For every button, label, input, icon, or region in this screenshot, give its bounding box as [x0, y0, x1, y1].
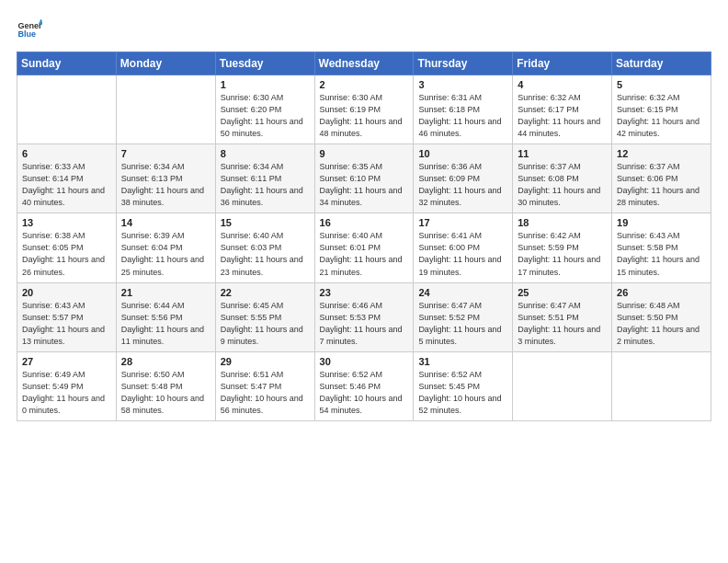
calendar-cell: 3Sunrise: 6:31 AMSunset: 6:18 PMDaylight… [414, 75, 513, 144]
calendar-cell: 6Sunrise: 6:33 AMSunset: 6:14 PMDaylight… [17, 144, 117, 213]
calendar-cell: 16Sunrise: 6:40 AMSunset: 6:01 PMDayligh… [314, 213, 414, 282]
calendar-cell [116, 75, 215, 144]
calendar-cell: 8Sunrise: 6:34 AMSunset: 6:11 PMDaylight… [215, 144, 314, 213]
day-info: Sunrise: 6:35 AMSunset: 6:10 PMDaylight:… [320, 161, 409, 209]
day-info: Sunrise: 6:41 AMSunset: 6:00 PMDaylight:… [418, 230, 507, 278]
day-info: Sunrise: 6:52 AMSunset: 5:45 PMDaylight:… [418, 369, 507, 417]
day-info: Sunrise: 6:47 AMSunset: 5:51 PMDaylight:… [518, 300, 607, 348]
day-info: Sunrise: 6:30 AMSunset: 6:20 PMDaylight:… [221, 92, 310, 140]
calendar-cell: 31Sunrise: 6:52 AMSunset: 5:45 PMDayligh… [414, 351, 513, 420]
svg-text:General: General [17, 21, 42, 30]
weekday-header-wednesday: Wednesday [314, 52, 414, 75]
calendar-cell: 21Sunrise: 6:44 AMSunset: 5:56 PMDayligh… [116, 282, 215, 351]
day-number: 31 [418, 356, 507, 367]
calendar-cell: 1Sunrise: 6:30 AMSunset: 6:20 PMDaylight… [215, 75, 314, 144]
day-info: Sunrise: 6:51 AMSunset: 5:47 PMDaylight:… [221, 369, 310, 417]
day-number: 17 [418, 217, 507, 228]
calendar-cell: 28Sunrise: 6:50 AMSunset: 5:48 PMDayligh… [116, 351, 215, 420]
day-number: 22 [221, 287, 310, 298]
day-number: 10 [418, 148, 507, 159]
day-number: 2 [320, 79, 409, 90]
weekday-header-thursday: Thursday [414, 52, 513, 75]
day-number: 21 [121, 287, 210, 298]
day-number: 16 [320, 217, 409, 228]
day-number: 19 [617, 217, 706, 228]
day-number: 3 [418, 79, 507, 90]
day-number: 5 [617, 79, 706, 90]
calendar-cell: 10Sunrise: 6:36 AMSunset: 6:09 PMDayligh… [414, 144, 513, 213]
calendar-cell: 12Sunrise: 6:37 AMSunset: 6:06 PMDayligh… [612, 144, 711, 213]
day-number: 20 [22, 287, 111, 298]
day-info: Sunrise: 6:50 AMSunset: 5:48 PMDaylight:… [121, 369, 210, 417]
day-number: 1 [221, 79, 310, 90]
day-info: Sunrise: 6:47 AMSunset: 5:52 PMDaylight:… [418, 300, 507, 348]
page: General Blue SundayMondayTuesdayWednesda… [0, 0, 728, 563]
calendar-cell: 18Sunrise: 6:42 AMSunset: 5:59 PMDayligh… [513, 213, 612, 282]
day-info: Sunrise: 6:49 AMSunset: 5:49 PMDaylight:… [22, 369, 111, 417]
svg-text:Blue: Blue [17, 29, 36, 39]
day-info: Sunrise: 6:33 AMSunset: 6:14 PMDaylight:… [22, 161, 111, 209]
calendar-cell: 24Sunrise: 6:47 AMSunset: 5:52 PMDayligh… [414, 282, 513, 351]
day-info: Sunrise: 6:44 AMSunset: 5:56 PMDaylight:… [121, 300, 210, 348]
day-info: Sunrise: 6:37 AMSunset: 6:08 PMDaylight:… [518, 161, 607, 209]
day-info: Sunrise: 6:38 AMSunset: 6:05 PMDaylight:… [22, 230, 111, 278]
calendar-cell: 25Sunrise: 6:47 AMSunset: 5:51 PMDayligh… [513, 282, 612, 351]
day-info: Sunrise: 6:46 AMSunset: 5:53 PMDaylight:… [320, 300, 409, 348]
weekday-header-friday: Friday [513, 52, 612, 75]
weekday-header-saturday: Saturday [612, 52, 711, 75]
day-number: 12 [617, 148, 706, 159]
day-number: 24 [418, 287, 507, 298]
day-info: Sunrise: 6:39 AMSunset: 6:04 PMDaylight:… [121, 230, 210, 278]
calendar-cell: 23Sunrise: 6:46 AMSunset: 5:53 PMDayligh… [314, 282, 414, 351]
calendar-cell: 17Sunrise: 6:41 AMSunset: 6:00 PMDayligh… [414, 213, 513, 282]
day-info: Sunrise: 6:48 AMSunset: 5:50 PMDaylight:… [617, 300, 706, 348]
weekday-header-monday: Monday [116, 52, 215, 75]
calendar-cell: 22Sunrise: 6:45 AMSunset: 5:55 PMDayligh… [215, 282, 314, 351]
day-number: 14 [121, 217, 210, 228]
day-info: Sunrise: 6:32 AMSunset: 6:15 PMDaylight:… [617, 92, 706, 140]
day-number: 26 [617, 287, 706, 298]
calendar-cell: 20Sunrise: 6:43 AMSunset: 5:57 PMDayligh… [17, 282, 117, 351]
day-number: 28 [121, 356, 210, 367]
calendar-cell: 2Sunrise: 6:30 AMSunset: 6:19 PMDaylight… [314, 75, 414, 144]
day-info: Sunrise: 6:31 AMSunset: 6:18 PMDaylight:… [418, 92, 507, 140]
calendar-cell: 14Sunrise: 6:39 AMSunset: 6:04 PMDayligh… [116, 213, 215, 282]
day-number: 15 [221, 217, 310, 228]
day-info: Sunrise: 6:32 AMSunset: 6:17 PMDaylight:… [518, 92, 607, 140]
day-info: Sunrise: 6:30 AMSunset: 6:19 PMDaylight:… [320, 92, 409, 140]
calendar-cell: 11Sunrise: 6:37 AMSunset: 6:08 PMDayligh… [513, 144, 612, 213]
day-number: 8 [221, 148, 310, 159]
day-number: 23 [320, 287, 409, 298]
day-number: 27 [22, 356, 111, 367]
calendar-cell: 19Sunrise: 6:43 AMSunset: 5:58 PMDayligh… [612, 213, 711, 282]
day-number: 18 [518, 217, 607, 228]
day-info: Sunrise: 6:36 AMSunset: 6:09 PMDaylight:… [418, 161, 507, 209]
day-info: Sunrise: 6:37 AMSunset: 6:06 PMDaylight:… [617, 161, 706, 209]
day-number: 11 [518, 148, 607, 159]
calendar-cell [513, 351, 612, 420]
calendar-cell: 27Sunrise: 6:49 AMSunset: 5:49 PMDayligh… [17, 351, 117, 420]
weekday-header-row: SundayMondayTuesdayWednesdayThursdayFrid… [17, 52, 711, 75]
calendar-week-2: 6Sunrise: 6:33 AMSunset: 6:14 PMDaylight… [17, 144, 711, 213]
logo: General Blue [17, 17, 48, 42]
day-number: 25 [518, 287, 607, 298]
calendar-cell: 29Sunrise: 6:51 AMSunset: 5:47 PMDayligh… [215, 351, 314, 420]
calendar-cell: 7Sunrise: 6:34 AMSunset: 6:13 PMDaylight… [116, 144, 215, 213]
day-number: 30 [320, 356, 409, 367]
calendar-cell: 4Sunrise: 6:32 AMSunset: 6:17 PMDaylight… [513, 75, 612, 144]
day-info: Sunrise: 6:40 AMSunset: 6:01 PMDaylight:… [320, 230, 409, 278]
day-info: Sunrise: 6:40 AMSunset: 6:03 PMDaylight:… [221, 230, 310, 278]
day-number: 7 [121, 148, 210, 159]
logo-icon: General Blue [17, 17, 42, 42]
calendar-table: SundayMondayTuesdayWednesdayThursdayFrid… [17, 52, 711, 421]
day-info: Sunrise: 6:52 AMSunset: 5:46 PMDaylight:… [320, 369, 409, 417]
day-info: Sunrise: 6:45 AMSunset: 5:55 PMDaylight:… [221, 300, 310, 348]
header: General Blue [17, 17, 711, 42]
calendar-cell: 5Sunrise: 6:32 AMSunset: 6:15 PMDaylight… [612, 75, 711, 144]
day-number: 13 [22, 217, 111, 228]
day-number: 29 [221, 356, 310, 367]
day-info: Sunrise: 6:43 AMSunset: 5:57 PMDaylight:… [22, 300, 111, 348]
calendar-cell: 15Sunrise: 6:40 AMSunset: 6:03 PMDayligh… [215, 213, 314, 282]
calendar-week-4: 20Sunrise: 6:43 AMSunset: 5:57 PMDayligh… [17, 282, 711, 351]
day-number: 9 [320, 148, 409, 159]
